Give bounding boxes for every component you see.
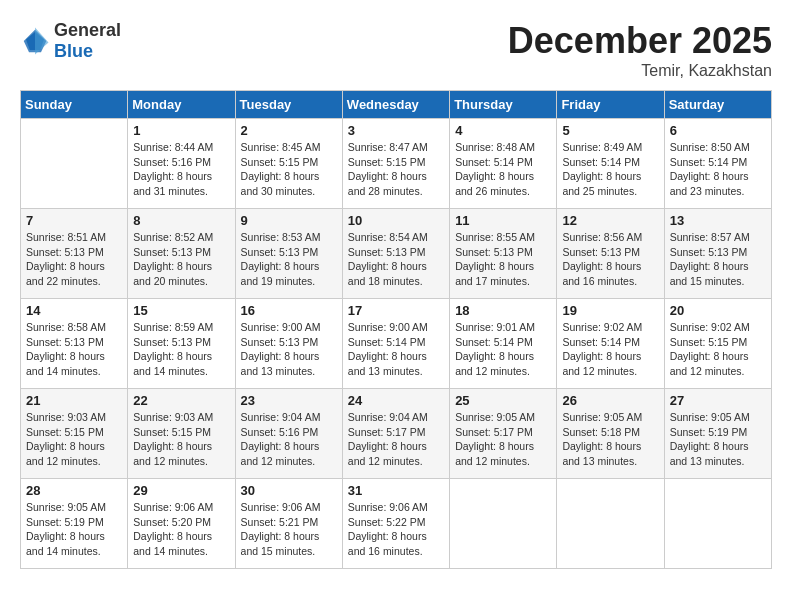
day-info: Sunrise: 9:03 AMSunset: 5:15 PMDaylight:… [26, 410, 122, 469]
day-number: 12 [562, 213, 658, 228]
weekday-header-tuesday: Tuesday [235, 91, 342, 119]
day-info: Sunrise: 9:02 AMSunset: 5:15 PMDaylight:… [670, 320, 766, 379]
day-info: Sunrise: 8:58 AMSunset: 5:13 PMDaylight:… [26, 320, 122, 379]
day-info: Sunrise: 8:59 AMSunset: 5:13 PMDaylight:… [133, 320, 229, 379]
weekday-header-saturday: Saturday [664, 91, 771, 119]
calendar-cell: 31Sunrise: 9:06 AMSunset: 5:22 PMDayligh… [342, 479, 449, 569]
day-info: Sunrise: 8:48 AMSunset: 5:14 PMDaylight:… [455, 140, 551, 199]
day-number: 21 [26, 393, 122, 408]
day-info: Sunrise: 9:05 AMSunset: 5:17 PMDaylight:… [455, 410, 551, 469]
day-info: Sunrise: 9:04 AMSunset: 5:17 PMDaylight:… [348, 410, 444, 469]
day-number: 7 [26, 213, 122, 228]
day-number: 6 [670, 123, 766, 138]
calendar-cell: 17Sunrise: 9:00 AMSunset: 5:14 PMDayligh… [342, 299, 449, 389]
calendar-cell: 21Sunrise: 9:03 AMSunset: 5:15 PMDayligh… [21, 389, 128, 479]
day-info: Sunrise: 8:55 AMSunset: 5:13 PMDaylight:… [455, 230, 551, 289]
day-info: Sunrise: 8:57 AMSunset: 5:13 PMDaylight:… [670, 230, 766, 289]
day-number: 3 [348, 123, 444, 138]
day-number: 31 [348, 483, 444, 498]
calendar-cell: 3Sunrise: 8:47 AMSunset: 5:15 PMDaylight… [342, 119, 449, 209]
day-info: Sunrise: 9:04 AMSunset: 5:16 PMDaylight:… [241, 410, 337, 469]
calendar-week-4: 21Sunrise: 9:03 AMSunset: 5:15 PMDayligh… [21, 389, 772, 479]
day-info: Sunrise: 8:45 AMSunset: 5:15 PMDaylight:… [241, 140, 337, 199]
calendar-body: 1Sunrise: 8:44 AMSunset: 5:16 PMDaylight… [21, 119, 772, 569]
day-number: 10 [348, 213, 444, 228]
calendar-week-3: 14Sunrise: 8:58 AMSunset: 5:13 PMDayligh… [21, 299, 772, 389]
day-number: 15 [133, 303, 229, 318]
day-number: 13 [670, 213, 766, 228]
calendar-header: SundayMondayTuesdayWednesdayThursdayFrid… [21, 91, 772, 119]
calendar-cell: 2Sunrise: 8:45 AMSunset: 5:15 PMDaylight… [235, 119, 342, 209]
day-number: 11 [455, 213, 551, 228]
calendar-cell: 14Sunrise: 8:58 AMSunset: 5:13 PMDayligh… [21, 299, 128, 389]
calendar-cell: 27Sunrise: 9:05 AMSunset: 5:19 PMDayligh… [664, 389, 771, 479]
logo-icon [20, 26, 50, 56]
calendar-cell [664, 479, 771, 569]
calendar-cell: 29Sunrise: 9:06 AMSunset: 5:20 PMDayligh… [128, 479, 235, 569]
day-number: 25 [455, 393, 551, 408]
day-info: Sunrise: 8:53 AMSunset: 5:13 PMDaylight:… [241, 230, 337, 289]
calendar-cell: 12Sunrise: 8:56 AMSunset: 5:13 PMDayligh… [557, 209, 664, 299]
day-info: Sunrise: 8:44 AMSunset: 5:16 PMDaylight:… [133, 140, 229, 199]
calendar-cell: 28Sunrise: 9:05 AMSunset: 5:19 PMDayligh… [21, 479, 128, 569]
calendar-cell: 9Sunrise: 8:53 AMSunset: 5:13 PMDaylight… [235, 209, 342, 299]
day-number: 27 [670, 393, 766, 408]
calendar-cell: 26Sunrise: 9:05 AMSunset: 5:18 PMDayligh… [557, 389, 664, 479]
calendar-week-1: 1Sunrise: 8:44 AMSunset: 5:16 PMDaylight… [21, 119, 772, 209]
calendar-cell: 8Sunrise: 8:52 AMSunset: 5:13 PMDaylight… [128, 209, 235, 299]
logo-general: General [54, 20, 121, 40]
calendar-cell: 23Sunrise: 9:04 AMSunset: 5:16 PMDayligh… [235, 389, 342, 479]
page-header: General Blue December 2025 Temir, Kazakh… [20, 20, 772, 80]
weekday-header-monday: Monday [128, 91, 235, 119]
day-number: 23 [241, 393, 337, 408]
month-title: December 2025 [508, 20, 772, 62]
day-number: 8 [133, 213, 229, 228]
calendar-cell: 13Sunrise: 8:57 AMSunset: 5:13 PMDayligh… [664, 209, 771, 299]
calendar-cell: 22Sunrise: 9:03 AMSunset: 5:15 PMDayligh… [128, 389, 235, 479]
day-info: Sunrise: 8:47 AMSunset: 5:15 PMDaylight:… [348, 140, 444, 199]
day-number: 29 [133, 483, 229, 498]
day-number: 22 [133, 393, 229, 408]
day-number: 17 [348, 303, 444, 318]
day-number: 1 [133, 123, 229, 138]
day-number: 18 [455, 303, 551, 318]
day-number: 4 [455, 123, 551, 138]
calendar-cell: 30Sunrise: 9:06 AMSunset: 5:21 PMDayligh… [235, 479, 342, 569]
logo: General Blue [20, 20, 121, 62]
calendar-cell: 6Sunrise: 8:50 AMSunset: 5:14 PMDaylight… [664, 119, 771, 209]
day-info: Sunrise: 8:56 AMSunset: 5:13 PMDaylight:… [562, 230, 658, 289]
day-number: 20 [670, 303, 766, 318]
logo-text: General Blue [54, 20, 121, 62]
day-number: 19 [562, 303, 658, 318]
day-info: Sunrise: 9:06 AMSunset: 5:22 PMDaylight:… [348, 500, 444, 559]
calendar-cell [557, 479, 664, 569]
day-number: 28 [26, 483, 122, 498]
calendar-cell [450, 479, 557, 569]
day-info: Sunrise: 8:51 AMSunset: 5:13 PMDaylight:… [26, 230, 122, 289]
calendar-week-2: 7Sunrise: 8:51 AMSunset: 5:13 PMDaylight… [21, 209, 772, 299]
day-info: Sunrise: 9:06 AMSunset: 5:21 PMDaylight:… [241, 500, 337, 559]
day-info: Sunrise: 9:05 AMSunset: 5:19 PMDaylight:… [26, 500, 122, 559]
day-info: Sunrise: 9:02 AMSunset: 5:14 PMDaylight:… [562, 320, 658, 379]
day-number: 26 [562, 393, 658, 408]
calendar-cell: 1Sunrise: 8:44 AMSunset: 5:16 PMDaylight… [128, 119, 235, 209]
day-info: Sunrise: 9:06 AMSunset: 5:20 PMDaylight:… [133, 500, 229, 559]
day-number: 16 [241, 303, 337, 318]
weekday-header-sunday: Sunday [21, 91, 128, 119]
weekday-header-thursday: Thursday [450, 91, 557, 119]
day-info: Sunrise: 8:52 AMSunset: 5:13 PMDaylight:… [133, 230, 229, 289]
calendar-week-5: 28Sunrise: 9:05 AMSunset: 5:19 PMDayligh… [21, 479, 772, 569]
day-info: Sunrise: 8:50 AMSunset: 5:14 PMDaylight:… [670, 140, 766, 199]
calendar-cell: 11Sunrise: 8:55 AMSunset: 5:13 PMDayligh… [450, 209, 557, 299]
calendar-cell: 16Sunrise: 9:00 AMSunset: 5:13 PMDayligh… [235, 299, 342, 389]
page-container: General Blue December 2025 Temir, Kazakh… [20, 20, 772, 569]
day-number: 5 [562, 123, 658, 138]
day-info: Sunrise: 8:54 AMSunset: 5:13 PMDaylight:… [348, 230, 444, 289]
calendar-cell: 19Sunrise: 9:02 AMSunset: 5:14 PMDayligh… [557, 299, 664, 389]
day-number: 30 [241, 483, 337, 498]
weekday-header-friday: Friday [557, 91, 664, 119]
title-block: December 2025 Temir, Kazakhstan [508, 20, 772, 80]
day-info: Sunrise: 9:00 AMSunset: 5:14 PMDaylight:… [348, 320, 444, 379]
day-info: Sunrise: 9:00 AMSunset: 5:13 PMDaylight:… [241, 320, 337, 379]
calendar-cell: 4Sunrise: 8:48 AMSunset: 5:14 PMDaylight… [450, 119, 557, 209]
